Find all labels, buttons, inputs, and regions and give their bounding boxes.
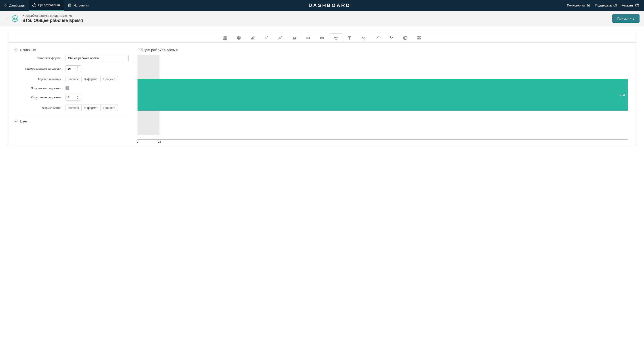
svg-point-24 — [392, 37, 393, 38]
svg-rect-11 — [251, 38, 252, 39]
back-button[interactable] — [4, 16, 8, 22]
show-tooltips-label: Показывать подсказки — [14, 87, 66, 90]
progress-bar-chart: 224 0 28 — [138, 55, 628, 140]
subheader-left: Настройка формы представления STS. Общее… — [4, 14, 83, 23]
svg-rect-17 — [334, 37, 336, 38]
help-icon — [613, 4, 617, 7]
x-tick-1: 28 — [158, 140, 161, 143]
svg-point-19 — [376, 38, 377, 39]
type-tab-card-up[interactable]: 12▴ — [315, 33, 329, 42]
label-format-numeric[interactable]: numeric — [66, 105, 82, 111]
chart-value-label: 224 — [620, 93, 625, 97]
stepper-down-icon[interactable]: ▼ — [76, 69, 80, 71]
svg-rect-3 — [6, 6, 7, 7]
section-color-title: Цвет — [20, 119, 28, 123]
type-tab-card[interactable]: 12 — [301, 33, 315, 42]
svg-rect-2 — [4, 6, 5, 7]
value-format-numeric[interactable]: numeric — [66, 76, 82, 82]
user-icon — [635, 3, 639, 8]
sources-icon — [68, 3, 72, 8]
label-format-label: Формат меток — [14, 106, 66, 109]
nav-permissions[interactable]: Полномочия — [567, 4, 590, 7]
type-tab-pie[interactable] — [232, 33, 246, 42]
chart-type-tabs: 12 12▴ 12 12 — [8, 33, 636, 43]
chart-x-axis: 0 28 — [138, 139, 628, 140]
font-size-label: Размер шрифта заголовка — [14, 67, 66, 70]
section-divider — [14, 115, 128, 115]
gear-chart-icon — [11, 14, 19, 23]
type-tab-bar[interactable] — [246, 33, 260, 42]
nav-support[interactable]: Поддержка — [595, 4, 617, 7]
chart-title: Общее рабочее время — [138, 48, 628, 52]
nav-label: Дашборды — [10, 4, 25, 7]
nav-sources[interactable]: Источники — [64, 0, 92, 11]
type-tab-line-multi[interactable] — [274, 33, 287, 42]
svg-rect-1 — [6, 4, 7, 5]
font-size-stepper[interactable]: ▲▼ — [66, 65, 81, 72]
svg-rect-0 — [4, 4, 5, 5]
pie-icon — [32, 3, 36, 7]
form-title-input[interactable] — [66, 55, 128, 61]
subheader-line2: STS. Общее рабочее время — [22, 18, 83, 23]
type-tab-bubble[interactable] — [384, 33, 398, 42]
tooltip-round-input[interactable] — [66, 94, 76, 100]
form-title-label: Заголовок формы — [14, 56, 66, 60]
nav-label: Представления — [38, 3, 60, 7]
x-tick-0: 0 — [137, 140, 138, 143]
svg-rect-12 — [252, 37, 253, 39]
value-format-label: Формат значения — [14, 77, 66, 81]
nav-views[interactable]: Представления — [28, 0, 64, 11]
apply-button[interactable]: Применить — [612, 14, 640, 23]
nav-account[interactable]: Аккаунт — [622, 3, 639, 8]
chevron-left-icon — [4, 16, 8, 20]
font-size-input[interactable] — [66, 66, 76, 72]
type-tab-gauge[interactable]: 12 — [357, 33, 370, 42]
settings-column: ▼ Основные Заголовок формы Размер шрифта… — [12, 48, 128, 140]
svg-rect-13 — [254, 36, 254, 40]
config-content: ▼ Основные Заголовок формы Размер шрифта… — [8, 43, 636, 145]
top-nav-left: Дашборды Представления Источники — [0, 0, 92, 11]
nav-dashboards[interactable]: Дашборды — [0, 0, 28, 11]
svg-point-21 — [378, 37, 379, 37]
collapse-color-toggle[interactable]: ▶ — [14, 120, 18, 123]
stepper-up-icon[interactable]: ▲ — [76, 66, 80, 69]
type-tab-line[interactable] — [260, 33, 274, 42]
section-color-head: ▶ Цвет — [14, 119, 128, 123]
section-main-head: ▼ Основные — [14, 48, 128, 52]
value-format-k[interactable]: K-формат — [82, 76, 100, 82]
type-tab-grid[interactable] — [412, 33, 426, 42]
collapse-main-toggle[interactable]: ▼ — [14, 48, 18, 52]
stepper-up-icon[interactable]: ▲ — [76, 95, 80, 97]
stepper-down-icon[interactable]: ▼ — [76, 97, 80, 100]
tooltip-round-stepper[interactable]: ▲▼ — [66, 94, 81, 101]
svg-point-6 — [615, 6, 616, 6]
nav-label: Полномочия — [567, 4, 585, 7]
type-tab-globe[interactable] — [398, 33, 412, 42]
type-tab-area[interactable] — [287, 33, 301, 42]
value-format-segmented: numeric K-формат Процент — [66, 76, 118, 82]
show-tooltips-checkbox[interactable]: ✓ — [66, 86, 69, 90]
shield-check-icon — [587, 4, 590, 7]
form-config-panel: 12 12▴ 12 12 ▼ Основные Заголовок формы — [7, 33, 637, 145]
preview-column: Общее рабочее время 224 0 28 — [138, 48, 632, 140]
dashboards-icon — [4, 3, 8, 8]
nav-label: Поддержка — [595, 4, 612, 7]
svg-point-8 — [636, 5, 638, 6]
type-tab-progress[interactable]: 12 — [329, 33, 343, 42]
svg-rect-31 — [418, 37, 420, 39]
svg-point-4 — [68, 4, 71, 5]
nav-label: Источники — [74, 4, 89, 7]
label-format-k[interactable]: K-формат — [82, 105, 100, 111]
type-tab-table[interactable] — [218, 33, 232, 42]
top-nav: Дашборды Представления Источники DASHBOA… — [0, 0, 644, 11]
brand-title: DASHBOARD — [92, 3, 567, 8]
value-format-percent[interactable]: Процент — [100, 76, 118, 82]
section-main-title: Основные — [20, 48, 36, 52]
type-tab-funnel[interactable] — [343, 33, 357, 42]
type-tab-sparkline[interactable] — [370, 33, 384, 42]
svg-point-18 — [376, 39, 376, 39]
svg-point-20 — [378, 37, 378, 38]
label-format-segmented: numeric K-формат Процент — [66, 105, 118, 111]
svg-rect-10 — [223, 36, 227, 40]
label-format-percent[interactable]: Процент — [100, 105, 118, 111]
